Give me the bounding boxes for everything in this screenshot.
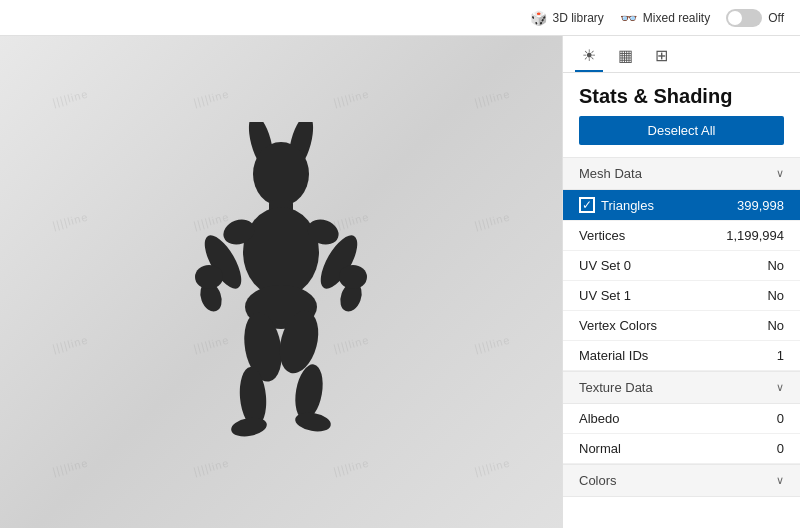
row-value: 1 — [777, 348, 784, 363]
tab-grid3[interactable]: ⊞ — [647, 44, 675, 72]
svg-point-4 — [243, 207, 319, 297]
row-label: UV Set 1 — [579, 288, 631, 303]
panel-title: Stats & Shading — [563, 73, 800, 116]
table-row: Normal 0 — [563, 434, 800, 464]
mesh-data-section-header[interactable]: Mesh Data ∨ — [563, 157, 800, 190]
watermark-cell: ||||line — [408, 36, 562, 175]
row-label: Triangles — [601, 198, 654, 213]
tab-grid2[interactable]: ▦ — [611, 44, 639, 72]
svg-point-12 — [339, 265, 367, 289]
toggle-container: Off — [726, 9, 784, 27]
row-value: 0 — [777, 411, 784, 426]
row-value: 399,998 — [737, 198, 784, 213]
watermark-cell: ||||line — [408, 389, 562, 528]
mixed-reality-label: Mixed reality — [643, 11, 710, 25]
mixed-reality-toggle[interactable] — [726, 9, 762, 27]
library-icon: 🎲 — [529, 9, 547, 27]
right-panel: ☀ ▦ ⊞ Stats & Shading Deselect All Mesh … — [562, 36, 800, 528]
table-row[interactable]: Vertices 1,199,994 — [563, 221, 800, 251]
panel-content: Stats & Shading Deselect All Mesh Data ∨… — [563, 73, 800, 528]
row-value: No — [767, 318, 784, 333]
row-value: No — [767, 288, 784, 303]
colors-title: Colors — [579, 473, 617, 488]
row-value: 1,199,994 — [726, 228, 784, 243]
row-label: Vertices — [579, 228, 625, 243]
table-row: Material IDs 1 — [563, 341, 800, 371]
watermark-cell: ||||line — [0, 143, 154, 298]
watermark-cell: ||||line — [0, 36, 154, 175]
row-label: Normal — [579, 441, 621, 456]
library-button[interactable]: 🎲 3D library — [529, 9, 603, 27]
row-label: UV Set 0 — [579, 258, 631, 273]
triangles-checkbox[interactable]: ✓ — [579, 197, 595, 213]
deselect-all-button[interactable]: Deselect All — [579, 116, 784, 145]
toggle-label: Off — [768, 11, 784, 25]
mesh-data-chevron: ∨ — [776, 167, 784, 180]
svg-point-11 — [195, 265, 223, 289]
colors-chevron: ∨ — [776, 474, 784, 487]
watermark-cell: ||||line — [0, 266, 154, 421]
mixed-reality-icon: 👓 — [620, 9, 638, 27]
mesh-data-title: Mesh Data — [579, 166, 642, 181]
row-label: Material IDs — [579, 348, 648, 363]
model-silhouette — [191, 122, 371, 442]
watermark-cell: ||||line — [0, 389, 154, 528]
library-label: 3D library — [552, 11, 603, 25]
table-row: UV Set 1 No — [563, 281, 800, 311]
texture-data-title: Texture Data — [579, 380, 653, 395]
tab-sun[interactable]: ☀ — [575, 44, 603, 72]
texture-data-section-header[interactable]: Texture Data ∨ — [563, 371, 800, 404]
watermark-cell: ||||line — [408, 266, 562, 421]
canvas-area: ||||line ||||line ||||line ||||line ||||… — [0, 36, 562, 528]
row-left: ✓ Triangles — [579, 197, 654, 213]
watermark-cell: ||||line — [408, 143, 562, 298]
row-value: No — [767, 258, 784, 273]
table-row: UV Set 0 No — [563, 251, 800, 281]
colors-section-header[interactable]: Colors ∨ — [563, 464, 800, 497]
toggle-thumb — [728, 11, 742, 25]
table-row: Albedo 0 — [563, 404, 800, 434]
top-bar: 🎲 3D library 👓 Mixed reality Off — [0, 0, 800, 36]
mixed-reality-button[interactable]: 👓 Mixed reality — [620, 9, 710, 27]
row-label: Albedo — [579, 411, 619, 426]
row-label: Vertex Colors — [579, 318, 657, 333]
table-row: Vertex Colors No — [563, 311, 800, 341]
panel-tabs: ☀ ▦ ⊞ — [563, 36, 800, 73]
row-value: 0 — [777, 441, 784, 456]
main-area: ||||line ||||line ||||line ||||line ||||… — [0, 36, 800, 528]
texture-data-chevron: ∨ — [776, 381, 784, 394]
svg-point-2 — [253, 142, 309, 206]
checkmark-icon: ✓ — [582, 199, 592, 211]
table-row[interactable]: ✓ Triangles 399,998 — [563, 190, 800, 221]
